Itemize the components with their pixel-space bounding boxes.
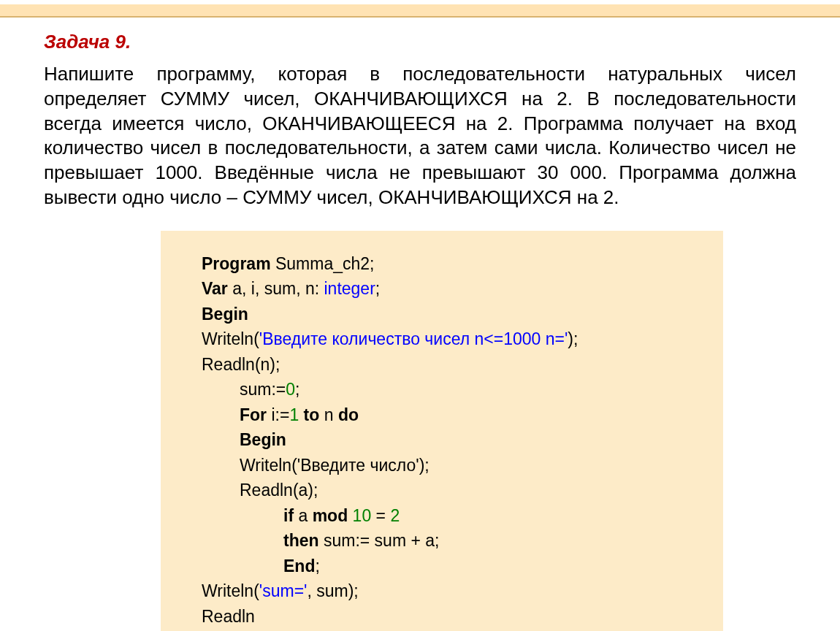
code-block: Program Summa_ch2; Var a, i, sum, n: int… — [161, 231, 723, 631]
code-line-4: Writeln('Введите количество чисел n<=100… — [196, 326, 694, 352]
code-line-13: End; — [196, 554, 694, 579]
slide-content: Задача 9. Напишите программу, которая в … — [0, 18, 840, 631]
code-line-11: if a mod 10 = 2 — [196, 503, 694, 529]
code-line-7: For i:=1 to n do — [196, 402, 694, 428]
code-line-14: Writeln('sum=', sum); — [196, 578, 694, 604]
code-line-9: Writeln('Введите число'); — [196, 453, 694, 478]
code-line-15: Readln — [196, 604, 694, 630]
code-line-5: Readln(n); — [196, 352, 694, 378]
task-title: Задача 9. — [44, 31, 796, 53]
decorative-top-bar — [0, 4, 840, 18]
code-line-12: then sum:= sum + a; — [196, 528, 694, 554]
code-line-3: Begin — [196, 302, 694, 327]
code-line-1: Program Summa_ch2; — [196, 251, 694, 277]
code-line-2: Var a, i, sum, n: integer; — [196, 276, 694, 302]
code-line-10: Readln(a); — [196, 478, 694, 503]
problem-statement: Напишите программу, которая в последоват… — [44, 62, 796, 210]
code-line-8: Begin — [196, 427, 694, 453]
code-line-6: sum:=0; — [196, 377, 694, 402]
